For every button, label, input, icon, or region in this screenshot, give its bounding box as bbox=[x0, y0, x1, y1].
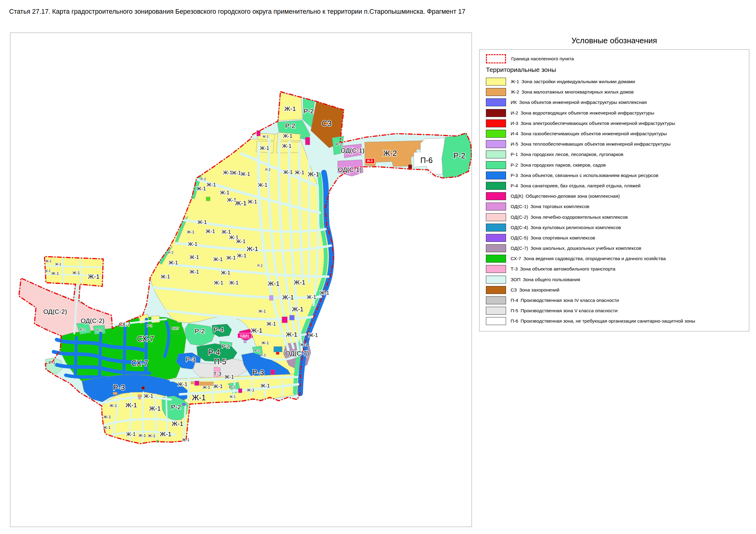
page-title: Статья 27.17. Карта градостроительного з… bbox=[9, 8, 466, 15]
map-label-Ж-1: Ж-1 bbox=[261, 383, 270, 389]
map-label-Ж-1: Ж-1 bbox=[283, 133, 292, 139]
map-label-Р-1: Р-1 bbox=[49, 360, 55, 365]
map-label-Ж-1: Ж-1 bbox=[307, 294, 316, 300]
legend-swatch bbox=[486, 98, 506, 106]
legend-label: И-2 Зона водоотводящих объектов инженерн… bbox=[511, 110, 654, 116]
map-label-Р-2: Р-2 bbox=[255, 349, 260, 352]
map-label-ОД(С-7): ОД(С-7) bbox=[285, 350, 309, 357]
legend-item-ОД(К): ОД(К) Общественно-деловая зона (комплекс… bbox=[486, 191, 749, 201]
legend-item-Р-1: Р-1 Зона городских лесов, лесопарков, лу… bbox=[486, 149, 749, 160]
map-label-Ж-1: Ж-1 bbox=[178, 381, 187, 387]
map-label-Ж-1: Ж-1 bbox=[261, 341, 269, 345]
map-label-Р-2: Р-2 bbox=[304, 108, 314, 114]
map-label-Ж-1: Ж-1 bbox=[258, 182, 268, 188]
map-badge-label-И-3: И-3 bbox=[367, 159, 373, 163]
legend-item-ОД(С-4): ОД(С-4) Зона культовых религиозных компл… bbox=[486, 222, 749, 233]
map-label-Ж-1: Ж-1 bbox=[214, 280, 224, 286]
map-label-ОД(С-2): ОД(С-2) bbox=[43, 308, 67, 315]
legend-label: ОД(С-4) Зона культовых религиозных компл… bbox=[511, 225, 621, 230]
legend-swatch bbox=[486, 255, 506, 263]
map-label-Ж-1: Ж-1 bbox=[148, 433, 155, 438]
legend-boundary-item: Граница населенного пункта bbox=[486, 53, 749, 65]
map-label-Ж-1: Ж-1 bbox=[260, 145, 269, 151]
map-label-Ж-1: Ж-1 bbox=[144, 393, 153, 399]
map-label-СЗ: СЗ bbox=[322, 119, 332, 128]
legend-label: ОД(С-1) Зона торговых комплексов bbox=[511, 204, 589, 209]
legend-item-И-2: И-2 Зона водоотводящих объектов инженерн… bbox=[486, 108, 749, 118]
legend-label: И-3 Зона электрообеспечивающих объектов … bbox=[511, 121, 675, 126]
map-label-Р-2: Р-2 bbox=[229, 385, 236, 389]
legend-item-П-6: П-6 Производственная зона, не требующая … bbox=[486, 316, 749, 326]
map-label-Ж-1: Ж-1 bbox=[294, 279, 306, 286]
map-label-Р-2: Р-2 bbox=[336, 142, 342, 146]
legend-item-И-4: И-4 Зона газообеспечивающих объектов инж… bbox=[486, 129, 749, 139]
map-label-Ж-1: Ж-1 bbox=[125, 401, 137, 409]
map-label-Ж-1: Ж-1 bbox=[309, 332, 318, 338]
legend-item-Ж-2: Ж-2 Зона малоэтажных многоквартирных жил… bbox=[486, 87, 749, 97]
map-label-Ж-1: Ж-1 bbox=[247, 245, 258, 252]
legend-item-Т-3: Т-3 Зона объектов автомобильного транспо… bbox=[486, 264, 749, 274]
map-label-Ж-1: Ж-1 bbox=[55, 262, 61, 266]
legend-label: П-6 Производственная зона, не требующая … bbox=[511, 318, 695, 324]
map-label-Ж-1: Ж-1 bbox=[232, 170, 241, 176]
map-label-Ж-1: Ж-1 bbox=[197, 186, 206, 191]
legend-label: ОД(С-2) Зона лечебно-оздоровительных ком… bbox=[511, 215, 628, 220]
map-label-Ж-1: Ж-1 bbox=[247, 388, 254, 392]
legend-section-title: Территориальные зоны bbox=[486, 66, 749, 75]
map-label-Р-2: Р-2 bbox=[147, 324, 152, 327]
map-label-Ж-1: Ж-1 bbox=[308, 170, 319, 178]
legend-label: Р-1 Зона городских лесов, лесопарков, лу… bbox=[511, 152, 623, 157]
map-label-Ж-1: Ж-1 bbox=[103, 425, 110, 430]
map-label-Ж-1: Ж-1 bbox=[51, 271, 59, 276]
map-label-Ж-1: Ж-1 bbox=[241, 171, 250, 177]
map-label-Ж-1: Ж-1 bbox=[198, 219, 207, 225]
map-label-Ж-1: Ж-1 bbox=[258, 309, 266, 314]
legend-panel: Граница населенного пункта Территориальн… bbox=[479, 49, 749, 331]
legend-swatch bbox=[486, 265, 506, 273]
map-label-ОД(С-1): ОД(С-1) bbox=[341, 147, 364, 154]
legend-item-Р-4: Р-4 Зона санаториев, баз отдыха, лагерей… bbox=[486, 181, 749, 191]
map-label-Р-2: Р-2 bbox=[80, 328, 85, 331]
boundary-swatch bbox=[486, 54, 506, 64]
legend-item-ОД(С-7): ОД(С-7) Зона школьных, дошкольных учебны… bbox=[486, 243, 749, 253]
map-label-Ж-1: Ж-1 bbox=[203, 385, 210, 390]
map-label-Т-3: Т-3 bbox=[213, 371, 221, 377]
map-label-Ж-1: Ж-1 bbox=[227, 255, 236, 261]
legend-swatch bbox=[486, 224, 506, 232]
legend-swatch bbox=[486, 140, 506, 148]
legend-label: И-4 Зона газообеспечивающих объектов инж… bbox=[511, 131, 667, 137]
legend-label: Р-4 Зона санаториев, баз отдыха, лагерей… bbox=[511, 183, 640, 189]
map-label-Ж-1: Ж-1 bbox=[223, 170, 232, 175]
legend-item-Р-2: Р-2 Зона городских парков, скверов, садо… bbox=[486, 160, 749, 170]
map-label-Ж-1: Ж-1 bbox=[292, 306, 304, 313]
map-label-Ж-1: Ж-1 bbox=[282, 143, 291, 149]
legend-label: СХ-7 Зона ведения садоводства, огороднич… bbox=[511, 256, 666, 261]
legend-swatch bbox=[486, 171, 506, 179]
map-label-Ж-1: Ж-1 bbox=[138, 433, 146, 438]
map-label-Р-2: Р-2 bbox=[201, 177, 206, 181]
legend-label: ОД(С-5) Зона спортивных комплексов bbox=[511, 235, 595, 241]
map-label-Р-3: Р-3 bbox=[186, 356, 196, 363]
map-label-Р-3: Р-3 bbox=[260, 353, 265, 357]
map-label-Р-2: Р-2 bbox=[195, 327, 205, 335]
legend-swatch bbox=[486, 192, 506, 200]
map-label-Ж-1: Ж-1 bbox=[235, 199, 247, 207]
legend-swatch bbox=[486, 161, 506, 169]
legend-item-Р-3: Р-3 Зона объектов, связанных с использов… bbox=[486, 170, 749, 181]
map-label-Ж-1: Ж-1 bbox=[295, 170, 304, 175]
map-label-Ж-1: Ж-1 bbox=[286, 331, 298, 338]
map-label-Р-4: Р-4 bbox=[214, 326, 224, 333]
map-label-Р-4: Р-4 bbox=[208, 348, 220, 356]
legend-label: ОД(С-7) Зона школьных, дошкольных учебны… bbox=[511, 245, 641, 251]
legend-swatch bbox=[486, 213, 506, 221]
map-badge-label-ОД(К): ОД(К) bbox=[240, 334, 249, 338]
legend-item-И-5: И-5 Зона теплообеспечивающих объектов ин… bbox=[486, 139, 749, 149]
legend-title: Условные обозначения bbox=[479, 36, 749, 45]
map-label-Ж-1: Ж-1 bbox=[192, 393, 206, 402]
legend-item-П-5: П-5 Производственная зона V класса опасн… bbox=[486, 306, 749, 316]
legend-swatch bbox=[486, 307, 506, 315]
legend-label: И-5 Зона теплообеспечивающих объектов ин… bbox=[511, 141, 671, 147]
map-label-Ж-1: Ж-1 bbox=[109, 403, 117, 408]
legend-label: П-5 Производственная зона V класса опасн… bbox=[511, 308, 618, 314]
map-label-Ж-1: Ж-1 bbox=[236, 239, 246, 244]
